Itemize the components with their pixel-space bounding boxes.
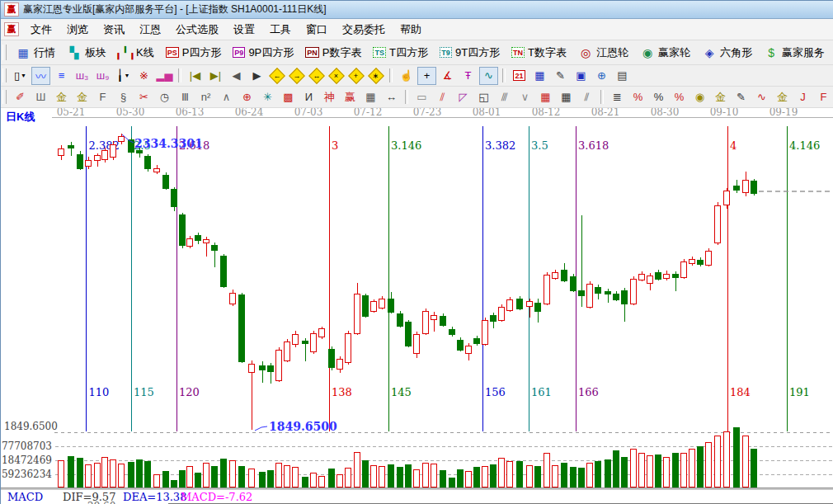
kline-chart-canvas[interactable]: 05-2105-3006-1306-2407-0307-1207-2308-01… <box>1 108 833 504</box>
bars-3-button[interactable]: ш₃ <box>73 67 92 85</box>
print-button[interactable]: ▤ <box>613 67 632 85</box>
9p-square-button[interactable]: P99P四方形 <box>227 45 299 60</box>
gann-wheel-button[interactable]: ◎江恩轮 <box>572 45 634 60</box>
save-button[interactable]: ▣ <box>572 67 591 85</box>
wave-box-button[interactable]: ∿ <box>752 88 771 106</box>
rect-tool-button[interactable]: ▭ <box>412 88 431 106</box>
a-angle-button[interactable]: ∧ <box>217 88 236 106</box>
p-number-table-button[interactable]: PNP数字表 <box>299 45 367 60</box>
k-marks-button[interactable]: И <box>299 88 318 106</box>
zoom-cross-button[interactable]: × <box>327 70 346 82</box>
menu-item-2[interactable]: 资讯 <box>96 21 132 39</box>
menu-item-7[interactable]: 窗口 <box>299 21 335 39</box>
grid-dark-button[interactable]: ▦ <box>557 88 576 106</box>
skip-end-button[interactable]: ▶| <box>206 67 225 85</box>
grid-target-button[interactable]: ▩ <box>279 88 298 106</box>
skip-start-button[interactable]: |◀ <box>186 67 205 85</box>
hand-pan-button[interactable]: ☝ <box>397 67 416 85</box>
info-doc-button[interactable]: ≡ <box>52 67 71 85</box>
gold-bar-button[interactable]: 金 <box>711 88 730 106</box>
market-quotes-button[interactable]: ▦行情 <box>10 45 61 60</box>
toolbar-drag-handle[interactable] <box>2 90 7 103</box>
j-angle-button[interactable]: J <box>793 88 812 106</box>
volume-bar <box>268 470 274 487</box>
calendar-button[interactable]: 21 <box>510 67 529 85</box>
angle-measure-button[interactable]: ∡ <box>438 67 457 85</box>
knife-tool-2-button[interactable]: ✂ <box>134 88 153 106</box>
p-square-button[interactable]: PSP四方形 <box>160 45 228 60</box>
gold-circle-button[interactable]: ◉ <box>690 88 709 106</box>
t-number-table-button[interactable]: TNT数字表 <box>506 45 572 60</box>
pencil-black-button[interactable]: ✎ <box>732 88 751 106</box>
color-histogram-button[interactable]: ▂▅ <box>155 67 174 85</box>
calendar-grid-button[interactable]: ▦ <box>361 88 380 106</box>
calculator-button[interactable]: ▦ <box>530 67 549 85</box>
notepad-button[interactable]: ✎ <box>551 67 570 85</box>
f-angle-button[interactable]: F <box>814 88 833 106</box>
comb-tool-button[interactable]: Ш <box>31 88 50 106</box>
crosshair-button[interactable]: + <box>417 67 436 85</box>
ying-grid-button[interactable]: 赢 <box>341 88 360 106</box>
winner-service-button[interactable]: $赢家服务 <box>758 45 831 60</box>
starburst-button[interactable]: ✳ <box>258 88 277 106</box>
title-bar[interactable]: 赢 赢家江恩专业版[赢家内部服务平台] - [上证指数 SH1A0001-111… <box>1 1 833 19</box>
red-sketch-button[interactable]: ※ <box>134 67 153 85</box>
toolbar-drag-handle[interactable] <box>2 45 7 60</box>
hexagon-button[interactable]: ◈六角形 <box>696 45 758 60</box>
zoom-right-button[interactable]: → <box>287 70 307 82</box>
gold-angle-button[interactable]: 金 <box>773 88 792 106</box>
menu-item-9[interactable]: 帮助 <box>393 21 429 39</box>
menu-item-1[interactable]: 浏览 <box>59 21 96 39</box>
menu-item-4[interactable]: 公式选股 <box>168 21 226 39</box>
percent-line-button[interactable]: % <box>670 88 689 106</box>
zoom-all-button[interactable]: ∗ <box>366 70 386 82</box>
cycle-clock-button[interactable]: ◷ <box>155 88 174 106</box>
t-square-button[interactable]: TST四方形 <box>367 45 433 60</box>
width-arrows-button[interactable]: ↔ <box>382 88 401 106</box>
gann-t-tool-button[interactable]: Ŧ <box>459 67 478 85</box>
web-button[interactable]: ⊕ <box>592 67 611 85</box>
gold-square-2-button[interactable]: 金 <box>73 88 92 106</box>
winner-wheel-button[interactable]: ◉赢家轮 <box>634 45 696 60</box>
chart-area[interactable]: 05-2105-3006-1306-2407-0307-1207-2308-01… <box>1 108 833 504</box>
thin-candle-dropdown-button[interactable]: ╽▼ <box>114 67 133 85</box>
zoom-hfit-button[interactable]: ↔ <box>307 70 327 82</box>
percent-box-button[interactable]: % <box>628 88 647 106</box>
grid-red-button[interactable]: ▦ <box>536 88 555 106</box>
9t-square-button[interactable]: T99T四方形 <box>434 45 506 60</box>
menu-item-5[interactable]: 设置 <box>226 21 262 39</box>
gold-square-button[interactable]: 金 <box>52 88 71 106</box>
bars-9-button[interactable]: ш₉ <box>93 67 112 85</box>
app-window: 赢 赢家江恩专业版[赢家内部服务平台] - [上证指数 SH1A0001-111… <box>0 0 833 504</box>
slant-lines-button[interactable]: ⫽ <box>577 88 596 106</box>
menu-item-8[interactable]: 交易委托 <box>335 21 393 39</box>
toolbar-drag-handle[interactable] <box>2 68 7 82</box>
angles-3-button[interactable]: ⫻ <box>495 88 514 106</box>
circle-cross-button[interactable]: ⊕ <box>238 88 256 106</box>
teal-sketch-button[interactable]: ∿ <box>479 67 498 85</box>
shen-grid-button[interactable]: 神 <box>320 88 339 106</box>
candle-style-dropdown-button[interactable]: ▯▼ <box>11 67 30 85</box>
knife-tool-button[interactable]: ✐ <box>11 88 30 106</box>
f-comb-button[interactable]: F <box>93 88 112 106</box>
step-back-button[interactable]: ◀ <box>227 67 246 85</box>
macd-pane-label[interactable]: MACD <box>7 491 43 503</box>
sectors-button[interactable]: ▚板块 <box>61 45 112 60</box>
kline-button[interactable]: ╻╹╻K线 <box>112 45 160 60</box>
trend-sketch-button[interactable]: 〰 <box>31 67 50 85</box>
spiral-tool-button[interactable]: § <box>114 88 133 106</box>
zoom-left-button[interactable]: ← <box>267 70 287 82</box>
menu-item-3[interactable]: 江恩 <box>132 21 168 39</box>
percent-button[interactable]: % <box>649 88 668 106</box>
menu-item-6[interactable]: 工具 <box>262 21 299 39</box>
fan-purple-button[interactable]: ◸ <box>454 88 473 106</box>
box-dark-button[interactable]: ◱ <box>474 88 493 106</box>
gann-bars-button[interactable]: ≣ <box>608 88 627 106</box>
fan-red-button[interactable]: ⫽ <box>433 88 452 106</box>
menu-item-0[interactable]: 文件 <box>23 21 59 39</box>
zoom-plus-button[interactable]: + <box>346 70 366 82</box>
n-squared-button[interactable]: n² <box>196 88 215 106</box>
v-dotted-button[interactable]: ∨ <box>515 88 534 106</box>
comb-tool-2-button[interactable]: Ⅲ <box>176 88 195 106</box>
step-forward-button[interactable]: ▶ <box>247 67 266 85</box>
